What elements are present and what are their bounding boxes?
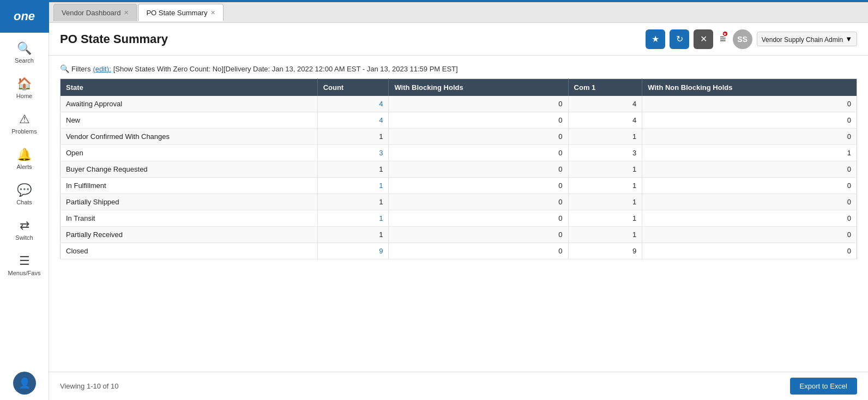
close-icon: ✕ bbox=[700, 34, 707, 44]
page-content: 🔍 Filters (edit): [Show States With Zero… bbox=[49, 56, 868, 372]
sidebar-item-menus[interactable]: ☰ Menus/Favs bbox=[3, 249, 46, 282]
filter-bar: 🔍 Filters (edit): [Show States With Zero… bbox=[60, 64, 857, 73]
cell-count[interactable]: 1 bbox=[317, 210, 389, 227]
table-row: New4040 bbox=[61, 112, 857, 129]
user-avatar: SS bbox=[733, 29, 752, 49]
cell-blocking: 0 bbox=[389, 194, 568, 210]
cell-com1: 1 bbox=[568, 178, 642, 194]
cell-nonblocking: 0 bbox=[642, 194, 857, 210]
search-icon: 🔍 bbox=[17, 41, 32, 56]
sidebar-item-switch[interactable]: ⇄ Switch bbox=[3, 213, 46, 246]
table-body: Awaiting Approval4040New4040Vendor Confi… bbox=[61, 96, 857, 259]
user-role-label: Vendor Supply Chain Admin bbox=[762, 36, 843, 44]
export-to-excel-button[interactable]: Export to Excel bbox=[790, 378, 857, 395]
table-row: Partially Received1010 bbox=[61, 227, 857, 243]
sidebar-avatar[interactable]: 👤 bbox=[13, 372, 36, 395]
cell-count[interactable]: 4 bbox=[317, 96, 389, 112]
cell-state: Partially Shipped bbox=[61, 194, 318, 210]
table-row: In Transit1010 bbox=[61, 210, 857, 227]
cell-count[interactable]: 4 bbox=[317, 112, 389, 129]
cell-state: In Fulfillment bbox=[61, 178, 318, 194]
cell-com1: 1 bbox=[568, 210, 642, 227]
cell-blocking: 0 bbox=[389, 161, 568, 178]
cell-state: Awaiting Approval bbox=[61, 96, 318, 112]
col-nonblocking: With Non Blocking Holds bbox=[642, 79, 857, 96]
cell-com1: 4 bbox=[568, 112, 642, 129]
cell-state: Buyer Change Requested bbox=[61, 161, 318, 178]
cell-blocking: 0 bbox=[389, 96, 568, 112]
cell-nonblocking: 0 bbox=[642, 210, 857, 227]
sidebar-item-search[interactable]: 🔍 Search bbox=[3, 36, 46, 69]
col-count: Count bbox=[317, 79, 389, 96]
notification-badge: ★ bbox=[722, 31, 728, 37]
page-header: PO State Summary ★ ↻ ✕ ≡ ★ SS Vendor Sup bbox=[49, 23, 868, 56]
bell-icon: 🔔 bbox=[17, 148, 32, 162]
po-state-table: State Count With Blocking Holds Com 1 Wi… bbox=[60, 78, 857, 259]
cell-state: Vendor Confirmed With Changes bbox=[61, 129, 318, 145]
home-icon: 🏠 bbox=[17, 77, 32, 91]
page-footer: Viewing 1-10 of 10 Export to Excel bbox=[49, 372, 868, 400]
avatar-icon: 👤 bbox=[19, 377, 31, 389]
cell-state: In Transit bbox=[61, 210, 318, 227]
cell-count[interactable]: 9 bbox=[317, 243, 389, 259]
cell-nonblocking: 0 bbox=[642, 178, 857, 194]
cell-count: 1 bbox=[317, 129, 389, 145]
sidebar-item-alerts[interactable]: 🔔 Alerts bbox=[3, 142, 46, 175]
col-blocking: With Blocking Holds bbox=[389, 79, 568, 96]
cell-blocking: 0 bbox=[389, 210, 568, 227]
col-com1: Com 1 bbox=[568, 79, 642, 96]
table-row: Partially Shipped1010 bbox=[61, 194, 857, 210]
user-role-dropdown[interactable]: Vendor Supply Chain Admin ▼ bbox=[757, 32, 857, 46]
filter-edit-link[interactable]: (edit): bbox=[93, 65, 111, 73]
cell-state: Open bbox=[61, 145, 318, 161]
tab-vendor-dashboard[interactable]: Vendor Dashboard ✕ bbox=[53, 4, 137, 21]
header-actions: ★ ↻ ✕ ≡ ★ SS Vendor Supply Chain Admin ▼ bbox=[646, 29, 857, 49]
cell-state: Closed bbox=[61, 243, 318, 259]
table-row: Awaiting Approval4040 bbox=[61, 96, 857, 112]
page-title: PO State Summary bbox=[60, 32, 646, 46]
cell-state: Partially Received bbox=[61, 227, 318, 243]
app-logo[interactable]: one bbox=[0, 0, 49, 33]
menu-icon: ☰ bbox=[19, 254, 30, 268]
table-row: Buyer Change Requested1010 bbox=[61, 161, 857, 178]
viewing-count: Viewing 1-10 of 10 bbox=[60, 382, 118, 390]
cell-blocking: 0 bbox=[389, 129, 568, 145]
cell-count: 1 bbox=[317, 194, 389, 210]
table-header-row: State Count With Blocking Holds Com 1 Wi… bbox=[61, 79, 857, 96]
cell-com1: 9 bbox=[568, 243, 642, 259]
tab-po-state-summary[interactable]: PO State Summary ✕ bbox=[138, 4, 224, 21]
cell-nonblocking: 0 bbox=[642, 129, 857, 145]
refresh-icon: ↻ bbox=[676, 34, 683, 44]
sidebar-item-problems[interactable]: ⚠ Problems bbox=[3, 107, 46, 140]
table-row: Vendor Confirmed With Changes1010 bbox=[61, 129, 857, 145]
close-button[interactable]: ✕ bbox=[694, 29, 713, 49]
cell-com1: 1 bbox=[568, 161, 642, 178]
filter-value: [Show States With Zero Count: No][Delive… bbox=[113, 65, 458, 73]
user-initials: SS bbox=[737, 35, 748, 44]
table-row: Closed9090 bbox=[61, 243, 857, 259]
cell-nonblocking: 0 bbox=[642, 243, 857, 259]
refresh-button[interactable]: ↻ bbox=[670, 29, 689, 49]
table-row: In Fulfillment1010 bbox=[61, 178, 857, 194]
cell-blocking: 0 bbox=[389, 145, 568, 161]
cell-nonblocking: 0 bbox=[642, 112, 857, 129]
filter-label: Filters bbox=[71, 65, 91, 73]
cell-nonblocking: 1 bbox=[642, 145, 857, 161]
cell-count[interactable]: 1 bbox=[317, 178, 389, 194]
tab-vendor-dashboard-close[interactable]: ✕ bbox=[124, 10, 129, 16]
cell-count: 1 bbox=[317, 161, 389, 178]
cell-com1: 1 bbox=[568, 194, 642, 210]
cell-nonblocking: 0 bbox=[642, 227, 857, 243]
table-header: State Count With Blocking Holds Com 1 Wi… bbox=[61, 79, 857, 96]
tab-vendor-dashboard-label: Vendor Dashboard bbox=[62, 9, 120, 17]
tab-po-state-summary-close[interactable]: ✕ bbox=[210, 10, 215, 16]
sidebar-item-chats[interactable]: 💬 Chats bbox=[3, 178, 46, 211]
cell-blocking: 0 bbox=[389, 243, 568, 259]
favorite-button[interactable]: ★ bbox=[646, 29, 665, 49]
cell-count[interactable]: 3 bbox=[317, 145, 389, 161]
cell-com1: 1 bbox=[568, 129, 642, 145]
menu-button[interactable]: ≡ ★ bbox=[718, 31, 728, 47]
tab-po-state-summary-label: PO State Summary bbox=[146, 9, 207, 17]
sidebar-item-home[interactable]: 🏠 Home bbox=[3, 71, 46, 105]
tab-bar: Vendor Dashboard ✕ PO State Summary ✕ bbox=[49, 2, 868, 23]
